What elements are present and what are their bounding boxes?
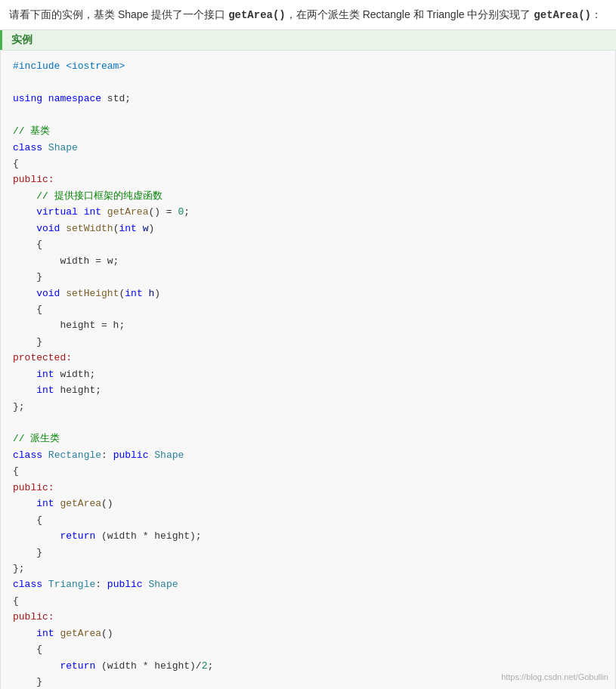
example-section: 实例 #include <iostream> using namespace s…: [0, 30, 616, 689]
section-label: 实例: [0, 30, 616, 50]
watermark: https://blog.csdn.net/Gobullin: [501, 672, 608, 681]
intro-section: 请看下面的实例，基类 Shape 提供了一个接口 getArea()，在两个派生…: [0, 0, 616, 30]
code-block: #include <iostream> using namespace std;…: [0, 50, 616, 689]
intro-text: 请看下面的实例，基类 Shape 提供了一个接口 getArea()，在两个派生…: [0, 0, 616, 30]
